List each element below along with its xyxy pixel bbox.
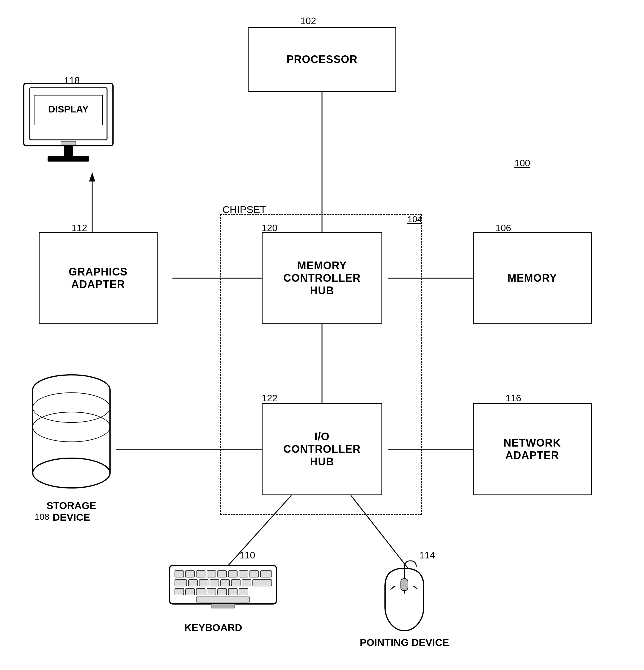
svg-rect-36 [199,579,208,586]
processor-ref: 102 [300,15,316,26]
svg-rect-26 [186,571,194,577]
pointing-device-label: POINTING DEVICE [360,637,449,648]
svg-text:DISPLAY: DISPLAY [48,104,88,115]
keyboard-label: KEYBOARD [184,622,242,633]
mouse-icon [378,559,431,634]
svg-rect-48 [239,589,248,595]
processor-box: PROCESSOR [248,27,396,92]
svg-rect-47 [228,589,237,595]
ich-ref: 122 [262,393,277,404]
svg-rect-25 [175,571,184,577]
processor-label: PROCESSOR [286,53,357,66]
memory-ref: 106 [495,223,511,233]
memory-controller-hub-box: MEMORY CONTROLLER HUB [262,232,382,324]
svg-rect-27 [196,571,205,577]
svg-rect-38 [221,579,230,586]
svg-point-21 [33,458,110,488]
display-monitor: DISPLAY [18,80,119,175]
svg-rect-42 [175,589,184,595]
svg-rect-50 [211,604,235,608]
memory-box: MEMORY [473,232,592,324]
svg-rect-15 [47,156,89,162]
svg-rect-46 [218,589,227,595]
svg-rect-29 [218,571,227,577]
network-adapter-ref: 116 [505,393,521,404]
memory-controller-hub-label: MEMORY CONTROLLER HUB [283,259,361,297]
svg-rect-49 [196,597,250,602]
svg-rect-14 [64,146,73,156]
svg-rect-30 [228,571,237,577]
svg-rect-33 [260,571,272,577]
chipset-label: CHIPSET [222,204,266,215]
svg-rect-43 [186,589,194,595]
memory-label: MEMORY [508,272,557,284]
storage-device [27,372,116,491]
system-ref: 100 [515,158,530,169]
diagram: CHIPSET 104 100 PROCESSOR 102 MEMORY CON… [0,0,644,670]
chipset-ref: 104 [407,214,422,224]
svg-rect-44 [196,589,205,595]
svg-rect-40 [242,579,251,586]
graphics-adapter-label: GRAPHICS ADAPTER [69,266,127,291]
svg-rect-28 [207,571,216,577]
network-adapter-box: NETWORK ADAPTER [473,403,592,495]
svg-rect-32 [250,571,259,577]
svg-rect-16 [61,141,76,145]
svg-rect-39 [231,579,240,586]
svg-rect-41 [253,579,272,586]
svg-rect-45 [207,589,216,595]
graphics-adapter-ref: 112 [71,223,87,233]
svg-rect-37 [210,579,219,586]
io-controller-hub-label: I/O CONTROLLER HUB [283,430,361,468]
svg-rect-35 [189,579,197,586]
graphics-adapter-box: GRAPHICS ADAPTER [39,232,157,324]
keyboard-ref: 110 [239,550,255,561]
keyboard-icon [166,559,279,619]
svg-rect-34 [175,579,187,586]
svg-rect-31 [239,571,248,577]
io-controller-hub-box: I/O CONTROLLER HUB [262,403,382,495]
display-ref: 118 [64,75,80,86]
storage-label: STORAGE DEVICE [27,500,116,523]
svg-rect-56 [401,579,408,591]
mch-ref: 120 [262,223,277,233]
pointing-device-ref: 114 [419,550,435,561]
network-adapter-label: NETWORK ADAPTER [504,437,561,462]
